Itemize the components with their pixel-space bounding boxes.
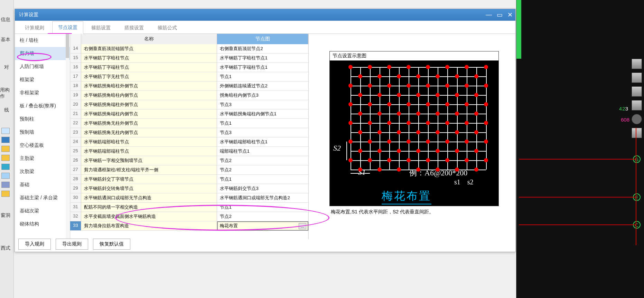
table-row[interactable]: 30水平钢筋遇洞口或端部无节点构造水平钢筋遇洞口或端部无节点构造2 [70, 193, 308, 203]
plum-dot [358, 130, 362, 134]
row-node-value[interactable]: 右侧垂直筋顶层节点2 [217, 44, 308, 54]
tool-layers-icon[interactable] [632, 128, 642, 138]
side-item-precast-column[interactable]: 预制柱 [15, 113, 70, 126]
side-item-nonframe-beam[interactable]: 非框架梁 [15, 86, 70, 99]
row-node-value[interactable]: 节点3 [217, 100, 308, 109]
plum-dot [455, 167, 459, 172]
plum-dot [358, 149, 362, 153]
left-lightblue-icon[interactable] [1, 173, 10, 179]
row-node-value[interactable]: 水平钢筋斜交节点3 [217, 184, 308, 193]
tab-stirrup-formula[interactable]: 箍筋公式 [152, 22, 183, 34]
row-node-value[interactable]: 节点2 [217, 165, 308, 175]
row-node-value[interactable]: 水平钢筋拐角端柱内侧节点1 [217, 109, 308, 119]
table-row[interactable]: 21水平钢筋拐角端柱内侧节点水平钢筋拐角端柱内侧节点1 [70, 109, 308, 119]
close-button[interactable]: ✕ [507, 11, 513, 19]
tool-rotate-icon[interactable] [632, 114, 642, 124]
side-item-frame-beam[interactable]: 框架梁 [15, 73, 70, 86]
left-purple-icon[interactable] [1, 182, 10, 188]
tab-stirrup-settings[interactable]: 箍筋设置 [85, 22, 116, 34]
row-node-value[interactable]: 拐角暗柱内侧节点3 [217, 91, 308, 100]
row-node-value[interactable]: 水平钢筋丁字端柱节点1 [217, 63, 308, 72]
side-item-shearwall[interactable]: 剪力墙 [15, 47, 70, 60]
tool-wire-icon[interactable] [632, 100, 642, 110]
table-row[interactable]: 28水平钢筋斜交丁字墙节点节点1 [70, 175, 308, 184]
side-item-masonry[interactable]: 砌体结构 [15, 218, 70, 231]
table-row[interactable]: 31配筋不同的墙一字相交构造节点1 [70, 203, 308, 212]
table-row[interactable]: 33剪力墙身拉筋布置构造梅花布置… [70, 221, 308, 231]
tool-3d-label-icon[interactable] [632, 73, 642, 83]
cell-ellipsis-button[interactable]: … [299, 223, 306, 229]
side-item-hollow-slab[interactable]: 空心楼盖板 [15, 139, 70, 152]
side-item-foundation-beam[interactable]: 基础主梁 / 承台梁 [15, 191, 70, 204]
table-row[interactable]: 19水平钢筋拐角暗柱内侧节点拐角暗柱内侧节点3 [70, 91, 308, 100]
plum-dot [426, 158, 430, 162]
table-row[interactable]: 22水平钢筋拐角无柱外侧节点节点1 [70, 119, 308, 128]
side-item-column[interactable]: 柱 / 墙柱 [15, 34, 70, 47]
side-item-foundation[interactable]: 基础 [15, 178, 70, 191]
table-row[interactable]: 32水平变截面墙变截面侧水平钢筋构造节点2 [70, 212, 308, 221]
row-node-value[interactable]: 节点1 [217, 175, 308, 184]
side-item-slab[interactable]: 板 / 叠合板(整厚) [15, 99, 70, 113]
row-node-value[interactable]: 梅花布置… [217, 221, 308, 231]
th-node[interactable]: 节点图 [217, 34, 308, 44]
left-brick-icon[interactable] [1, 191, 10, 197]
plum-dot [416, 149, 420, 153]
plum-dot [455, 93, 459, 97]
table-row[interactable]: 14右侧垂直筋顶层锚固节点右侧垂直筋顶层节点2 [70, 44, 308, 54]
grid-line [476, 67, 477, 170]
tab-calc-rules[interactable]: 计算规则 [19, 22, 50, 34]
table-row[interactable]: 17水平钢筋丁字无柱节点节点1 [70, 72, 308, 81]
table-row[interactable]: 29水平钢筋斜交转角墙节点水平钢筋斜交节点3 [70, 184, 308, 193]
table-row[interactable]: 24水平钢筋端部暗柱节点水平钢筋端部暗柱节点1 [70, 137, 308, 147]
row-node-value[interactable]: 外侧钢筋连续通过节点2 [217, 81, 308, 91]
table-row[interactable]: 23水平钢筋拐角无柱内侧节点节点3 [70, 128, 308, 137]
table-row[interactable]: 25水平钢筋端部端柱节点端部端柱节点1 [70, 147, 308, 156]
grid-line [370, 67, 371, 170]
row-node-value[interactable]: 水平钢筋丁字暗柱节点1 [217, 54, 308, 63]
sidebar-scrollbar[interactable] [66, 34, 69, 239]
table-row[interactable]: 20水平钢筋拐角端柱外侧节点节点3 [70, 100, 308, 109]
grid-line [380, 67, 380, 170]
tool-3d-icon[interactable] [632, 59, 642, 69]
plum-dot [348, 140, 353, 144]
plum-dot [407, 121, 411, 125]
table-row[interactable]: 26水平钢筋一字相交预制墙节点节点2 [70, 156, 308, 165]
import-rules-button[interactable]: 导入规则 [18, 239, 51, 250]
row-node-value[interactable]: 节点2 [217, 212, 308, 221]
row-node-value[interactable]: 节点1 [217, 72, 308, 81]
left-teal-icon[interactable] [1, 164, 10, 170]
plum-dot [436, 149, 440, 153]
left-label: 线 [4, 107, 9, 113]
preview-desc: 梅花布置,S1 代表水平间距，S2 代表垂直间距。 [329, 206, 508, 218]
row-node-value[interactable]: 水平钢筋端部暗柱节点1 [217, 137, 308, 147]
table-row[interactable]: 16水平钢筋丁字端柱节点水平钢筋丁字端柱节点1 [70, 63, 308, 72]
tool-solid-icon[interactable] [632, 86, 642, 97]
table-body[interactable]: 14右侧垂直筋顶层锚固节点右侧垂直筋顶层节点215水平钢筋丁字暗柱节点水平钢筋丁… [70, 44, 308, 238]
side-item-secondary-rib[interactable]: 次肋梁 [15, 165, 70, 178]
sidebar-scrollbar-thumb[interactable] [66, 34, 69, 58]
row-node-value[interactable]: 端部端柱节点1 [217, 147, 308, 156]
left-blue-icon[interactable] [1, 137, 10, 143]
row-node-value[interactable]: 节点3 [217, 128, 308, 137]
export-rules-button[interactable]: 导出规则 [56, 239, 88, 250]
restore-default-button[interactable]: 恢复默认值 [93, 239, 130, 250]
table-row[interactable]: 18水平钢筋拐角暗柱外侧节点外侧钢筋连续通过节点2 [70, 81, 308, 91]
row-node-value[interactable]: 节点1 [217, 203, 308, 212]
table-row[interactable]: 15水平钢筋丁字暗柱节点水平钢筋丁字暗柱节点1 [70, 54, 308, 63]
side-item-main-rib[interactable]: 主肋梁 [15, 152, 70, 165]
side-item-doorframe[interactable]: 人防门框墙 [15, 60, 70, 73]
row-node-value[interactable]: 水平钢筋遇洞口或端部无节点构造2 [217, 193, 308, 203]
maximize-button[interactable]: ▭ [497, 11, 503, 19]
tab-node-settings[interactable]: 节点设置 [52, 21, 83, 34]
row-node-value[interactable]: 节点1 [217, 119, 308, 128]
tab-lap-settings[interactable]: 搭接设置 [119, 22, 150, 34]
side-item-foundation-secondary[interactable]: 基础次梁 [15, 204, 70, 218]
left-brick-icon[interactable] [1, 155, 10, 161]
left-cloud-icon[interactable] [1, 128, 10, 134]
plum-dot [426, 102, 430, 106]
minimize-button[interactable]: — [486, 11, 492, 19]
row-node-value[interactable]: 节点2 [217, 156, 308, 165]
side-item-precast-wall[interactable]: 预制墙 [15, 126, 70, 139]
table-row[interactable]: 27剪力墙遇框架柱/框支柱/端柱平齐一侧节点2 [70, 165, 308, 175]
left-brick-icon[interactable] [1, 146, 10, 152]
